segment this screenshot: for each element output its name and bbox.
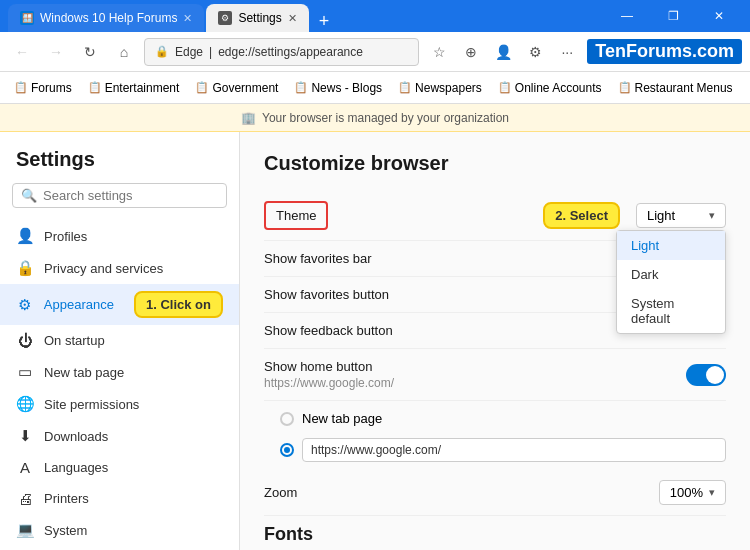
sidebar-item-printers[interactable]: 🖨 Printers [0,483,239,514]
main-layout: Settings 🔍 👤 Profiles 🔒 Privacy and serv… [0,132,750,550]
select-callout: 2. Select [543,202,620,229]
home-button[interactable]: ⌂ [110,38,138,66]
sidebar-item-languages-label: Languages [44,460,108,475]
home-button-toggle[interactable] [686,364,726,386]
custom-radio-option[interactable] [280,434,726,466]
bookmark-news-label: News - Blogs [311,81,382,95]
theme-dropdown-value: Light [647,208,675,223]
search-icon: 🔍 [21,188,37,203]
sidebar-item-newtab-label: New tab page [44,365,124,380]
sidebar-item-reset[interactable]: ↺ Reset settings [0,546,239,550]
theme-dropdown-menu: Light Dark System default [616,230,726,334]
more-icon[interactable]: ··· [553,38,581,66]
sidebar-item-startup[interactable]: ⏻ On startup [0,325,239,356]
home-options: New tab page [264,401,726,470]
fonts-title: Fonts [264,524,726,545]
minimize-button[interactable]: — [604,0,650,32]
zoom-dropdown-button[interactable]: 100% ▾ [659,480,726,505]
address-bar-icons: ☆ ⊕ 👤 ⚙ ··· [425,38,581,66]
home-button-info: Show home button https://www.google.com/ [264,359,394,390]
favorites-icon[interactable]: ⊕ [457,38,485,66]
theme-control: 2. Select Light ▾ Light Dark System defa… [543,202,726,229]
settings-icon[interactable]: ⚙ [521,38,549,66]
tab-settings[interactable]: ⚙ Settings ✕ [206,4,308,32]
dropdown-option-dark[interactable]: Dark [617,260,725,289]
sidebar-item-system[interactable]: 💻 System [0,514,239,546]
bookmark-accounts[interactable]: 📋 Online Accounts [492,78,608,98]
tenforums-badge: TenForums.com [587,39,742,64]
forward-button[interactable]: → [42,38,70,66]
zoom-value: 100% [670,485,703,500]
bookmark-icon: 📋 [398,81,412,94]
search-input[interactable] [43,188,218,203]
zoom-row: Zoom 100% ▾ [264,470,726,516]
bookmark-government-label: Government [212,81,278,95]
bookmarks-bar: 📋 Forums 📋 Entertainment 📋 Government 📋 … [0,72,750,104]
sidebar-item-permissions-label: Site permissions [44,397,139,412]
newtab-radio-option[interactable]: New tab page [280,407,726,430]
bookmark-newspapers[interactable]: 📋 Newspapers [392,78,488,98]
sidebar-item-newtab[interactable]: ▭ New tab page [0,356,239,388]
zoom-label: Zoom [264,485,297,500]
title-bar: 🪟 Windows 10 Help Forums ✕ ⚙ Settings ✕ … [0,0,750,32]
tab-settings-close[interactable]: ✕ [288,12,297,25]
bookmark-news[interactable]: 📋 News - Blogs [288,78,388,98]
sidebar-item-appearance[interactable]: ⚙ Appearance 1. Click on [0,284,239,325]
bookmark-updates[interactable]: 📋 Updates [743,78,750,98]
managed-icon: 🏢 [241,111,256,125]
sidebar-item-printers-label: Printers [44,491,89,506]
lock-icon: 🔒 [155,45,169,58]
search-box[interactable]: 🔍 [12,183,227,208]
sidebar-item-languages[interactable]: A Languages [0,452,239,483]
profile-icon[interactable]: 👤 [489,38,517,66]
star-icon[interactable]: ☆ [425,38,453,66]
sidebar-item-profiles[interactable]: 👤 Profiles [0,220,239,252]
forums-favicon: 🪟 [20,11,34,25]
home-button-label: Show home button [264,359,394,374]
tab-list: 🪟 Windows 10 Help Forums ✕ ⚙ Settings ✕ … [8,0,604,32]
bookmark-accounts-label: Online Accounts [515,81,602,95]
url-separator: | [209,45,212,59]
custom-radio[interactable] [280,443,294,457]
bookmark-icon: 📋 [618,81,632,94]
bookmark-forums[interactable]: 📋 Forums [8,78,78,98]
printers-icon: 🖨 [16,490,34,507]
tab-forums-close[interactable]: ✕ [183,12,192,25]
bookmark-icon: 📋 [294,81,308,94]
back-button[interactable]: ← [8,38,36,66]
theme-row: Theme 2. Select Light ▾ Light Dark Syste… [264,191,726,241]
maximize-button[interactable]: ❐ [650,0,696,32]
bookmark-icon: 📋 [195,81,209,94]
theme-dropdown-button[interactable]: Light ▾ [636,203,726,228]
managed-bar: 🏢 Your browser is managed by your organi… [0,104,750,132]
refresh-button[interactable]: ↻ [76,38,104,66]
bookmark-restaurant[interactable]: 📋 Restaurant Menus [612,78,739,98]
tab-forums[interactable]: 🪟 Windows 10 Help Forums ✕ [8,4,204,32]
appearance-icon: ⚙ [16,296,34,314]
sidebar-item-profiles-label: Profiles [44,229,87,244]
home-button-row: Show home button https://www.google.com/ [264,349,726,401]
bookmark-government[interactable]: 📋 Government [189,78,284,98]
bookmark-icon: 📋 [498,81,512,94]
address-bar: ← → ↻ ⌂ 🔒 Edge | edge://settings/appeara… [0,32,750,72]
url-box[interactable]: 🔒 Edge | edge://settings/appearance [144,38,419,66]
bookmark-entertainment[interactable]: 📋 Entertainment [82,78,186,98]
content-area: Customize browser Theme 2. Select Light … [240,132,750,550]
chevron-down-icon: ▾ [709,209,715,222]
dropdown-option-system[interactable]: System default [617,289,725,333]
newtab-radio-label: New tab page [302,411,382,426]
close-button[interactable]: ✕ [696,0,742,32]
dropdown-option-light[interactable]: Light [617,231,725,260]
sidebar-item-privacy-label: Privacy and services [44,261,163,276]
window-controls: — ❐ ✕ [604,0,742,32]
sidebar-item-downloads[interactable]: ⬇ Downloads [0,420,239,452]
startup-icon: ⏻ [16,332,34,349]
newtab-radio[interactable] [280,412,294,426]
custom-url-input[interactable] [302,438,726,462]
new-tab-button[interactable]: + [311,11,338,32]
sidebar-item-permissions[interactable]: 🌐 Site permissions [0,388,239,420]
bookmark-entertainment-label: Entertainment [105,81,180,95]
bookmark-forums-label: Forums [31,81,72,95]
managed-text: Your browser is managed by your organiza… [262,111,509,125]
sidebar-item-privacy[interactable]: 🔒 Privacy and services [0,252,239,284]
